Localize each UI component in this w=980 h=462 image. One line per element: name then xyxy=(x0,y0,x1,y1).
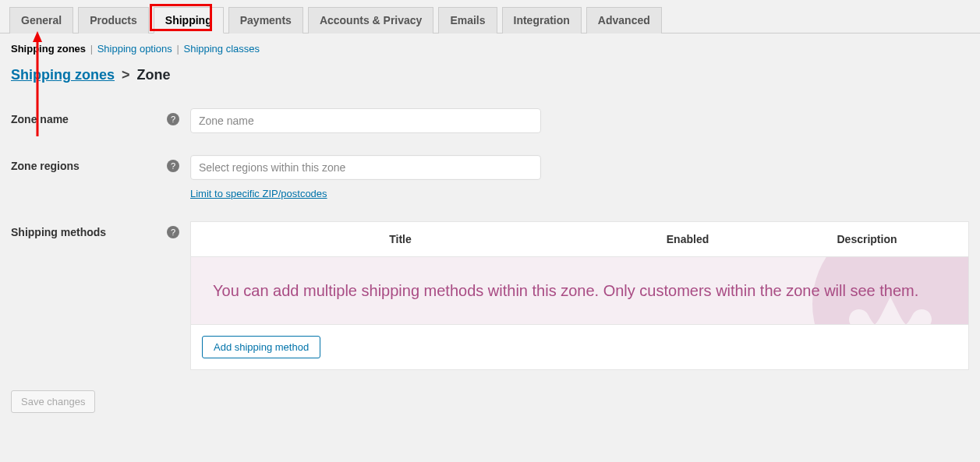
tab-emails[interactable]: Emails xyxy=(438,7,497,34)
tab-accounts-privacy[interactable]: Accounts & Privacy xyxy=(308,7,434,34)
zone-regions-select[interactable]: Select regions within this zone xyxy=(190,155,541,180)
shipping-methods-table: Title Enabled Description You can add mu… xyxy=(190,221,969,370)
tab-integration[interactable]: Integration xyxy=(502,7,582,34)
column-enabled: Enabled xyxy=(610,222,766,256)
breadcrumb-current: Zone xyxy=(137,67,171,83)
column-description: Description xyxy=(766,222,968,256)
field-row-zone-name: Zone name ? xyxy=(0,97,980,144)
settings-tabs: General Products Shipping Payments Accou… xyxy=(0,0,980,34)
column-title: Title xyxy=(191,222,610,256)
breadcrumb-separator: > xyxy=(122,67,130,83)
help-icon[interactable]: ? xyxy=(167,226,179,238)
help-icon[interactable]: ? xyxy=(167,160,179,172)
tab-general[interactable]: General xyxy=(9,7,73,34)
shipping-methods-blank-slate: You can add multiple shipping methods wi… xyxy=(191,257,968,324)
field-row-shipping-methods: Shipping methods ? Title Enabled Descrip… xyxy=(0,210,980,381)
add-shipping-method-button[interactable]: Add shipping method xyxy=(202,336,320,358)
zone-name-input[interactable] xyxy=(190,108,541,133)
tab-products[interactable]: Products xyxy=(78,7,149,34)
field-row-zone-regions: Zone regions ? Select regions within thi… xyxy=(0,144,980,210)
tab-shipping[interactable]: Shipping xyxy=(154,7,224,34)
shipping-methods-label: Shipping methods xyxy=(11,226,106,238)
zone-name-label: Zone name xyxy=(11,113,69,125)
breadcrumb: Shipping zones > Zone xyxy=(0,64,980,97)
subnav-separator: | xyxy=(176,43,179,55)
save-changes-button[interactable]: Save changes xyxy=(11,390,95,413)
tab-payments[interactable]: Payments xyxy=(228,7,303,34)
zone-regions-label: Zone regions xyxy=(11,160,80,172)
help-icon[interactable]: ? xyxy=(167,113,179,125)
subnav-separator: | xyxy=(90,43,93,55)
shipping-methods-footer: Add shipping method xyxy=(191,324,968,369)
subnav-shipping-zones[interactable]: Shipping zones xyxy=(11,43,86,55)
subnav-shipping-classes[interactable]: Shipping classes xyxy=(183,43,260,55)
tab-advanced[interactable]: Advanced xyxy=(586,7,662,34)
shipping-methods-header: Title Enabled Description xyxy=(191,222,968,257)
breadcrumb-shipping-zones-link[interactable]: Shipping zones xyxy=(11,67,115,83)
limit-zip-postcodes-link[interactable]: Limit to specific ZIP/postcodes xyxy=(190,188,327,199)
subnav-shipping-options[interactable]: Shipping options xyxy=(97,43,172,55)
woocommerce-bg-icon xyxy=(766,257,968,324)
shipping-subnav: Shipping zones | Shipping options | Ship… xyxy=(0,34,980,64)
